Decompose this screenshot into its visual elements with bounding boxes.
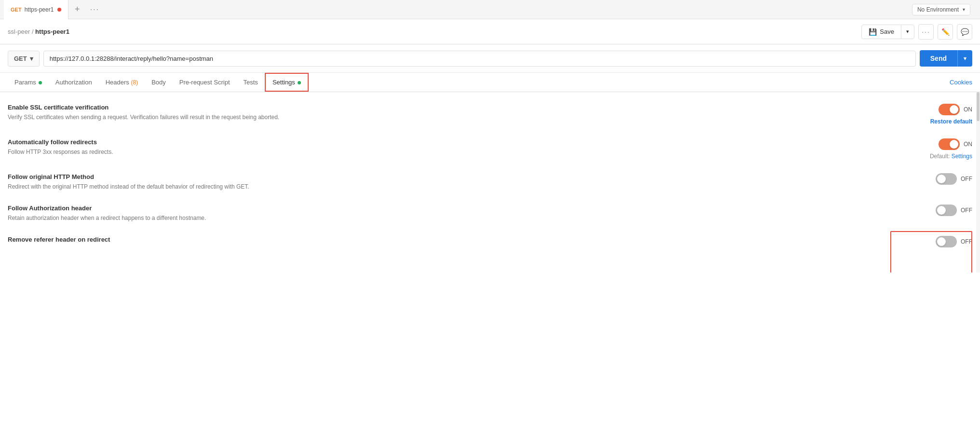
method-selector[interactable]: GET ▾ (8, 51, 40, 67)
follow-auth-toggle[interactable] (936, 205, 957, 216)
request-tabs: Params Authorization Headers (8) Body Pr… (0, 73, 980, 92)
comment-button[interactable]: 💬 (957, 24, 972, 40)
url-input[interactable] (43, 51, 916, 67)
setting-redirects-text: Automatically follow redirects Follow HT… (8, 138, 885, 156)
remove-referer-knob (937, 237, 946, 246)
setting-remove-referer-text: Remove referer header on redirect (8, 236, 885, 245)
tab-more-button[interactable]: ··· (86, 0, 103, 19)
save-btn-main[interactable]: 💾 Save (862, 25, 901, 39)
ssl-toggle-row: ON (939, 104, 972, 115)
tab-headers-count: (8) (131, 79, 138, 86)
request-tab[interactable]: GET https-peer1 (4, 0, 68, 19)
unsaved-dot (57, 8, 61, 12)
remove-referer-toggle[interactable] (936, 236, 957, 247)
setting-follow-method-text: Follow original HTTP Method Redirect wit… (8, 173, 885, 191)
setting-ssl-desc: Verify SSL certificates when sending a r… (8, 113, 885, 122)
environment-label: No Environment (917, 6, 959, 13)
tab-bar: GET https-peer1 + ··· No Environment ▾ (0, 0, 980, 19)
setting-follow-auth-title: Follow Authorization header (8, 205, 885, 212)
ssl-restore-link[interactable]: Restore default (930, 118, 972, 125)
header-actions: 💾 Save ▾ ··· ✏️ 💬 (861, 24, 972, 40)
new-tab-button[interactable]: + (68, 0, 86, 19)
setting-remove-referer: Remove referer header on redirect OFF (8, 236, 972, 247)
setting-follow-method-control: OFF (885, 173, 972, 185)
setting-follow-auth-control: OFF (885, 205, 972, 216)
tab-params[interactable]: Params (8, 74, 49, 91)
tab-tests[interactable]: Tests (237, 74, 265, 91)
tab-tests-label: Tests (244, 79, 258, 86)
header-bar: ssl-peer / https-peer1 💾 Save ▾ ··· ✏️ 💬 (0, 19, 980, 44)
follow-auth-knob (937, 206, 946, 215)
tab-prerequest-label: Pre-request Script (179, 79, 230, 86)
setting-redirects-control: ON Default: Settings (885, 138, 972, 160)
send-btn-label[interactable]: Send (920, 50, 958, 67)
tab-settings[interactable]: Settings (265, 73, 309, 92)
environment-selector[interactable]: No Environment ▾ (912, 4, 970, 15)
setting-redirects: Automatically follow redirects Follow HT… (8, 138, 972, 160)
tab-headers[interactable]: Headers (8) (99, 74, 145, 91)
setting-remove-referer-title: Remove referer header on redirect (8, 236, 885, 243)
setting-ssl-title: Enable SSL certificate verification (8, 104, 885, 111)
follow-method-toggle-label: OFF (961, 176, 972, 182)
setting-ssl-control: ON Restore default (885, 104, 972, 125)
setting-follow-method-desc: Redirect with the original HTTP method i… (8, 182, 885, 191)
redirects-settings-link[interactable]: Settings (952, 153, 972, 160)
setting-ssl: Enable SSL certificate verification Veri… (8, 104, 972, 125)
save-label: Save (880, 28, 894, 35)
setting-follow-method: Follow original HTTP Method Redirect wit… (8, 173, 972, 191)
redirects-toggle-label: ON (964, 141, 972, 148)
save-dropdown-arrow[interactable]: ▾ (901, 26, 914, 38)
follow-method-toggle[interactable] (936, 173, 957, 185)
method-value: GET (14, 55, 27, 62)
follow-auth-toggle-label: OFF (961, 207, 972, 214)
params-dot (39, 81, 42, 84)
tab-settings-label: Settings (272, 79, 295, 86)
tab-body[interactable]: Body (145, 74, 173, 91)
setting-follow-method-title: Follow original HTTP Method (8, 173, 885, 180)
setting-follow-auth-text: Follow Authorization header Retain autho… (8, 205, 885, 222)
breadcrumb: ssl-peer / https-peer1 (8, 28, 69, 35)
redirects-toggle-knob (950, 140, 958, 149)
tab-method: GET (11, 7, 22, 13)
header-more-button[interactable]: ··· (918, 24, 934, 40)
ssl-toggle[interactable] (939, 104, 960, 115)
remove-referer-toggle-row: OFF (936, 236, 972, 247)
method-chevron: ▾ (30, 55, 33, 62)
follow-method-knob (937, 175, 946, 183)
setting-redirects-title: Automatically follow redirects (8, 138, 885, 146)
setting-follow-auth-desc: Retain authorization header when a redir… (8, 214, 885, 222)
tab-body-label: Body (151, 79, 166, 86)
setting-remove-referer-control: OFF (885, 236, 972, 247)
send-dropdown-arrow[interactable]: ▾ (958, 51, 972, 66)
save-icon: 💾 (869, 28, 877, 36)
scrollbar-thumb[interactable] (977, 92, 980, 121)
setting-redirects-desc: Follow HTTP 3xx responses as redirects. (8, 148, 885, 156)
tab-prerequest[interactable]: Pre-request Script (173, 74, 237, 91)
scrollbar-track[interactable] (976, 92, 980, 273)
follow-auth-toggle-row: OFF (936, 205, 972, 216)
tab-authorization[interactable]: Authorization (49, 74, 99, 91)
cookies-link[interactable]: Cookies (950, 79, 972, 86)
setting-follow-auth: Follow Authorization header Retain autho… (8, 205, 972, 222)
tab-params-label: Params (14, 79, 36, 86)
settings-dot (298, 81, 301, 84)
environment-chevron: ▾ (963, 7, 965, 12)
redirects-toggle-row: ON (939, 138, 972, 150)
redirects-default-text: Default: Settings (930, 153, 972, 160)
redirects-toggle[interactable] (939, 138, 960, 150)
remove-referer-toggle-label: OFF (961, 238, 972, 245)
follow-method-toggle-row: OFF (936, 173, 972, 185)
breadcrumb-parent: ssl-peer (8, 28, 30, 35)
setting-ssl-text: Enable SSL certificate verification Veri… (8, 104, 885, 122)
breadcrumb-current: https-peer1 (35, 28, 69, 35)
ssl-toggle-knob (950, 105, 958, 114)
tab-headers-label: Headers (106, 79, 129, 86)
url-bar: GET ▾ Send ▾ (0, 44, 980, 73)
tab-authorization-label: Authorization (55, 79, 92, 86)
tab-name: https-peer1 (25, 6, 54, 13)
send-button[interactable]: Send ▾ (920, 50, 972, 67)
save-button[interactable]: 💾 Save ▾ (861, 25, 914, 39)
ssl-toggle-label: ON (964, 106, 972, 113)
content-area: Enable SSL certificate verification Veri… (0, 92, 980, 273)
edit-button[interactable]: ✏️ (938, 24, 953, 40)
